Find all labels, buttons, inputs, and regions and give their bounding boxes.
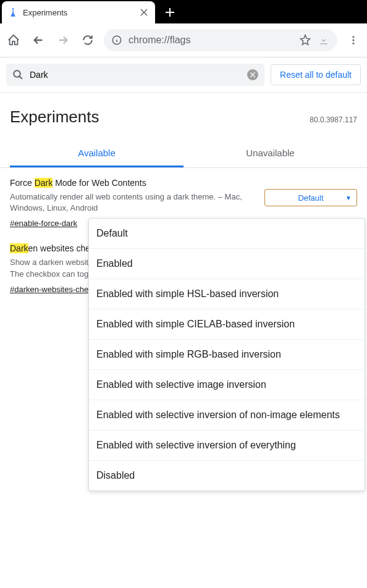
dropdown-option[interactable]: Enabled with selective inversion of ever… [89, 430, 365, 461]
dropdown-option[interactable]: Enabled [89, 249, 365, 279]
download-icon[interactable] [318, 34, 330, 46]
reset-all-button[interactable]: Reset all to default [271, 64, 361, 85]
dropdown-option[interactable]: Enabled with simple RGB-based inversion [89, 340, 365, 370]
flag-title: Force Dark Mode for Web Contents [10, 178, 258, 188]
browser-tab[interactable]: Experiments [2, 1, 155, 23]
tab-unavailable[interactable]: Unavailable [184, 140, 357, 167]
dropdown-option[interactable]: Default [89, 219, 365, 249]
search-box[interactable] [6, 64, 264, 86]
search-input[interactable] [30, 70, 241, 80]
dropdown-menu: Default Enabled Enabled with simple HSL-… [88, 218, 365, 491]
new-tab-button[interactable] [161, 4, 179, 21]
back-icon[interactable] [30, 32, 47, 49]
dropdown-option[interactable]: Enabled with simple CIELAB-based inversi… [89, 309, 365, 340]
flag-anchor-link[interactable]: #darken-websites-check [10, 285, 96, 294]
tab-title: Experiments [23, 8, 134, 17]
tab-available[interactable]: Available [10, 140, 184, 167]
svg-point-1 [353, 36, 355, 38]
reload-icon[interactable] [79, 32, 96, 49]
flag-description: Automatically render all web contents us… [10, 191, 258, 214]
svg-point-3 [353, 43, 355, 44]
menu-icon[interactable] [345, 32, 362, 49]
svg-point-4 [14, 70, 20, 77]
browser-toolbar: chrome://flags [0, 23, 367, 57]
flag-dropdown[interactable]: Default ▼ [264, 189, 357, 206]
tab-strip: Available Unavailable [0, 140, 367, 168]
search-row: Reset all to default [0, 57, 367, 93]
url-text: chrome://flags [129, 35, 293, 46]
search-icon [12, 69, 23, 80]
forward-icon [54, 32, 72, 49]
search-highlight: Dark [10, 243, 28, 253]
dropdown-option[interactable]: Enabled with selective image inversion [89, 370, 365, 400]
info-icon [111, 35, 122, 46]
browser-tab-bar: Experiments [0, 0, 367, 23]
dropdown-option[interactable]: Disabled [89, 461, 365, 490]
clear-search-icon[interactable] [247, 69, 258, 80]
dropdown-option[interactable]: Enabled with selective inversion of non-… [89, 400, 365, 430]
chevron-down-icon: ▼ [345, 195, 352, 201]
address-bar[interactable]: chrome://flags [104, 29, 337, 51]
version-text: 80.0.3987.117 [310, 116, 357, 124]
flag-anchor-link[interactable]: #enable-force-dark [10, 219, 77, 228]
dropdown-option[interactable]: Enabled with simple HSL-based inversion [89, 279, 365, 309]
flask-icon [8, 7, 18, 17]
close-icon[interactable] [139, 7, 149, 17]
page-title: Experiments [10, 107, 99, 127]
title-row: Experiments 80.0.3987.117 [0, 93, 367, 132]
home-icon[interactable] [5, 32, 22, 49]
star-icon[interactable] [299, 34, 311, 46]
svg-point-2 [353, 40, 355, 41]
flag-selected-value: Default [298, 193, 323, 203]
search-highlight: Dark [35, 178, 53, 188]
